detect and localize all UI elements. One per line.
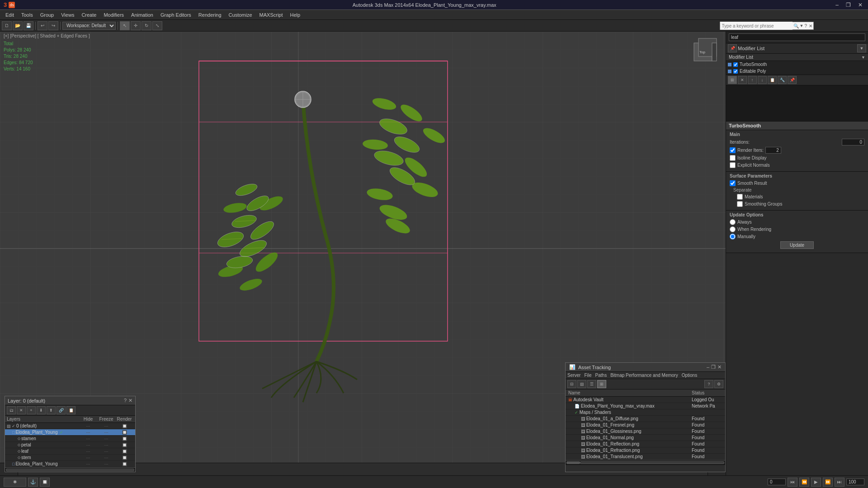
asset-menu-server[interactable]: Server	[567, 373, 580, 378]
layer-render-stem[interactable]: 🔲	[115, 455, 133, 460]
pin-button[interactable]: 📌	[728, 44, 737, 52]
menu-animation[interactable]: Animation	[127, 11, 157, 19]
asset-tool-4[interactable]: ⊞	[597, 380, 606, 388]
scale-button[interactable]: ⤡	[152, 21, 162, 30]
asset-row-reflection[interactable]: 🖼 Elodea_01_Reflection.png Found	[566, 441, 725, 447]
asset-menu-paths[interactable]: Paths	[595, 373, 607, 378]
playback-next[interactable]: ⏭	[835, 478, 844, 487]
asset-menu-bitmap[interactable]: Bitmap Performance and Memory	[610, 373, 678, 378]
always-radio[interactable]	[730, 219, 736, 225]
layer-freeze-elodea2[interactable]: ---	[97, 462, 115, 466]
nav-cube[interactable]: Top	[689, 36, 721, 68]
object-name-input[interactable]	[729, 33, 865, 41]
render-iters-input[interactable]	[765, 147, 781, 154]
asset-hscroll-thumb[interactable]	[566, 461, 580, 464]
layer-tool-1[interactable]: 🗂	[7, 406, 16, 414]
config-button[interactable]: ▼	[857, 44, 866, 52]
asset-row-diffuse[interactable]: 🖼 Elodea_01_a_Diffuse.png Found	[566, 416, 725, 422]
asset-row-translucent[interactable]: 🖼 Elodea_01_Translucent.png Found	[566, 454, 725, 460]
iterations-input[interactable]	[842, 139, 864, 145]
time-input[interactable]	[768, 479, 786, 485]
mod-btn-3[interactable]: ↑	[748, 76, 757, 84]
when-rendering-radio[interactable]	[730, 226, 736, 232]
asset-row-maxfile[interactable]: 📄 Elodea_Plant_Young_max_vray.max Networ…	[566, 403, 725, 409]
modifier-dropdown-arrow[interactable]: ▼	[861, 55, 865, 60]
status-select-btn[interactable]: ✱	[4, 478, 26, 487]
modifier-checkbox-1[interactable]	[733, 62, 738, 67]
search-input[interactable]	[720, 22, 793, 30]
menu-tools[interactable]: Tools	[18, 11, 37, 19]
redo-button[interactable]: ↪	[48, 21, 58, 30]
explicit-normals-checkbox[interactable]	[730, 162, 736, 168]
layer-row-0-default[interactable]: ▤ ✓ 0 (default) --- --- 🔲	[5, 423, 135, 429]
layer-render-elodea[interactable]: 🔲	[115, 430, 133, 435]
playback-play[interactable]: ▶	[811, 478, 821, 487]
asset-row-glossiness[interactable]: 🖼 Elodea_01_Glossiness.png Found	[566, 428, 725, 435]
layer-tool-2[interactable]: ✕	[17, 406, 26, 414]
layer-render-0[interactable]: 🔲	[115, 424, 133, 428]
layer-hide-elodea2[interactable]: ---	[79, 462, 97, 466]
menu-modifiers[interactable]: Modifiers	[100, 11, 127, 19]
layer-freeze-stem[interactable]: ---	[97, 455, 115, 460]
menu-help[interactable]: Help	[287, 11, 304, 19]
workspace-select[interactable]: Workspace: Default	[62, 22, 116, 30]
layer-freeze-stamen[interactable]: ---	[97, 436, 115, 441]
layer-row-leaf[interactable]: ◇ leaf --- --- 🔲	[5, 448, 135, 455]
status-snap-btn[interactable]: 🔲	[40, 478, 50, 487]
layer-render-petal[interactable]: 🔲	[115, 443, 133, 447]
layer-tool-3[interactable]: +	[27, 406, 36, 414]
menu-customize[interactable]: Customize	[225, 11, 256, 19]
playback-prev[interactable]: ⏮	[788, 478, 797, 487]
asset-hscroll-track[interactable]	[580, 461, 724, 464]
status-transform-btn[interactable]: ⚓	[28, 478, 38, 487]
new-button[interactable]: 🗋	[2, 21, 12, 30]
asset-menu-options[interactable]: Options	[682, 373, 697, 378]
minimize-button[interactable]: –	[834, 2, 840, 8]
mod-btn-2[interactable]: ✕	[738, 76, 747, 84]
update-button[interactable]: Update	[780, 241, 814, 249]
layer-scrollbar[interactable]	[5, 467, 135, 472]
mod-btn-1[interactable]: ⊞	[728, 76, 737, 84]
layer-hide-stem[interactable]: ---	[79, 455, 97, 460]
menu-maxscript[interactable]: MAXScript	[256, 11, 287, 19]
layer-freeze-0[interactable]: ---	[97, 424, 115, 428]
asset-row-normal[interactable]: 🖼 Elodea_01_Normal.png Found	[566, 435, 725, 441]
select-button[interactable]: ↖	[120, 21, 130, 30]
layer-tool-7[interactable]: 📋	[66, 406, 75, 414]
layer-hide-leaf[interactable]: ---	[79, 449, 97, 454]
layer-row-elodea2[interactable]: □ Elodea_Plant_Young --- --- 🔲	[5, 461, 135, 467]
layer-hide-0[interactable]: ---	[79, 424, 97, 428]
layer-tool-5[interactable]: ⬆	[47, 406, 56, 414]
modifier-editable-poly[interactable]: Editable Poly	[726, 68, 868, 75]
asset-row-vault[interactable]: 🏛 Autodesk Vault Logged Ou	[566, 397, 725, 403]
layer-scroll-thumb[interactable]	[6, 469, 134, 471]
asset-tool-3[interactable]: ☰	[587, 380, 596, 388]
layer-freeze-leaf[interactable]: ---	[97, 449, 115, 454]
mod-btn-7[interactable]: 📌	[788, 76, 797, 84]
help-icon[interactable]: ?	[803, 23, 808, 28]
asset-restore-button[interactable]: ❐	[711, 364, 716, 370]
asset-row-maps[interactable]: ✓ Maps / Shaders	[566, 409, 725, 416]
layer-render-elodea2[interactable]: 🔲	[115, 462, 133, 466]
playback-back[interactable]: ⏪	[799, 478, 809, 487]
menu-rendering[interactable]: Rendering	[195, 11, 225, 19]
layer-hide-stamen[interactable]: ---	[79, 436, 97, 441]
restore-button[interactable]: ❐	[844, 2, 853, 8]
layer-freeze-petal[interactable]: ---	[97, 443, 115, 447]
layer-row-petal[interactable]: ◇ petal --- --- 🔲	[5, 442, 135, 448]
menu-edit[interactable]: Edit	[2, 11, 18, 19]
layer-row-stem[interactable]: ◇ stem --- --- 🔲	[5, 455, 135, 461]
manually-radio[interactable]	[730, 234, 736, 239]
asset-minimize-button[interactable]: –	[707, 364, 709, 370]
layer-hide-elodea[interactable]: ---	[79, 430, 97, 435]
isoline-checkbox[interactable]	[730, 155, 736, 161]
smoothing-groups-checkbox[interactable]	[737, 201, 743, 207]
playback-forward[interactable]: ⏩	[823, 478, 833, 487]
close-button[interactable]: ✕	[856, 2, 864, 8]
menu-graph-editors[interactable]: Graph Editors	[157, 11, 195, 19]
undo-button[interactable]: ↩	[38, 21, 47, 30]
mod-btn-4[interactable]: ↓	[758, 76, 767, 84]
layer-row-stamen[interactable]: ◇ stamen --- --- 🔲	[5, 436, 135, 442]
layer-render-leaf[interactable]: 🔲	[115, 449, 133, 454]
mod-btn-6[interactable]: 🔧	[778, 76, 787, 84]
